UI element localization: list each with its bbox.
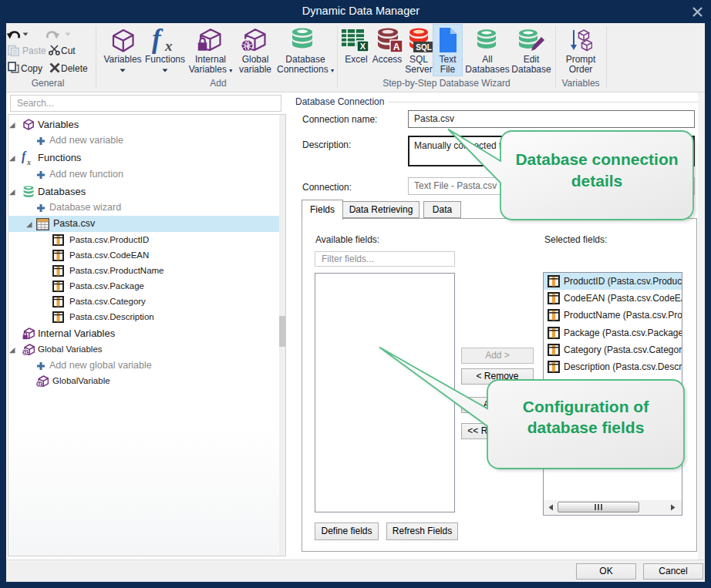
svg-text:X: X <box>360 42 366 51</box>
svg-text:SQL: SQL <box>416 43 432 52</box>
svg-text:A: A <box>393 42 400 52</box>
